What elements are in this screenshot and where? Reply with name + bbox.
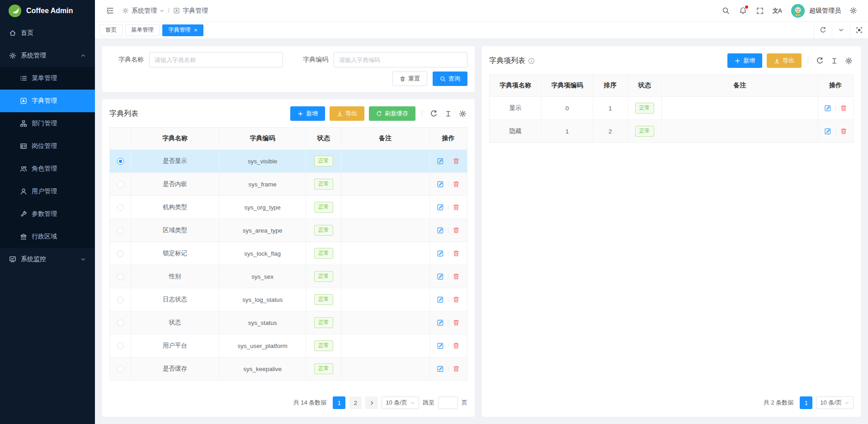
sidebar-item-admin-area[interactable]: 行政区域 xyxy=(0,225,95,248)
page-number-button[interactable]: 1 xyxy=(333,396,345,409)
row-select-radio[interactable] xyxy=(117,273,124,280)
tab-close-icon[interactable]: × xyxy=(194,27,198,33)
row-select-radio[interactable] xyxy=(117,250,124,257)
settings-button[interactable] xyxy=(845,3,861,19)
edit-icon[interactable] xyxy=(437,273,444,280)
page-tab[interactable]: 菜单管理 xyxy=(125,24,160,36)
page-tab[interactable]: 首页 xyxy=(99,24,123,36)
dict-table-row[interactable]: 日志状态 sys_log_status 正常 xyxy=(110,288,467,311)
export-dict-button[interactable]: 导出 xyxy=(330,106,364,121)
column-settings-button[interactable] xyxy=(458,109,467,119)
dict-item-row[interactable]: 隐藏 1 2 正常 xyxy=(490,120,853,143)
sidebar-item-post-mgmt[interactable]: 岗位管理 xyxy=(0,135,95,157)
row-select-radio[interactable] xyxy=(117,181,124,188)
table-refresh-button[interactable] xyxy=(429,109,439,119)
row-select-radio[interactable] xyxy=(117,227,124,234)
row-select-radio[interactable] xyxy=(117,319,124,326)
delete-icon[interactable] xyxy=(453,181,460,188)
edit-icon[interactable] xyxy=(437,319,444,326)
page-tab[interactable]: 字典管理 × xyxy=(162,24,203,36)
sidebar-item-menu-mgmt[interactable]: 菜单管理 xyxy=(0,67,95,90)
edit-icon[interactable] xyxy=(437,296,444,303)
tab-options-button[interactable] xyxy=(832,22,850,39)
page-number-button[interactable]: 1 xyxy=(800,396,812,409)
sidebar-item-dept-mgmt[interactable]: 部门管理 xyxy=(0,112,95,135)
row-select-radio[interactable] xyxy=(117,204,124,211)
sidebar-item-role-mgmt[interactable]: 角色管理 xyxy=(0,157,95,180)
dict-table-row[interactable]: 是否内嵌 sys_frame 正常 xyxy=(110,173,467,196)
query-button[interactable]: 查询 xyxy=(433,71,467,86)
delete-icon[interactable] xyxy=(453,157,460,165)
refresh-page-button[interactable] xyxy=(814,22,832,39)
sidebar-item-user-mgmt[interactable]: 用户管理 xyxy=(0,180,95,203)
dict-table-row[interactable]: 区域类型 sys_area_type 正常 xyxy=(110,219,467,242)
page-number-button[interactable]: 2 xyxy=(349,396,362,409)
edit-icon[interactable] xyxy=(437,181,444,188)
row-select-radio[interactable] xyxy=(117,158,124,165)
page-size-select[interactable]: 10 条/页 xyxy=(382,396,419,409)
next-page-button[interactable] xyxy=(365,396,378,409)
row-height-button[interactable] xyxy=(829,56,839,66)
delete-icon[interactable] xyxy=(840,128,847,135)
add-dict-button[interactable]: 新增 xyxy=(290,106,325,121)
page-size-select[interactable]: 10 条/页 xyxy=(816,396,854,409)
collapse-sidebar-button[interactable] xyxy=(102,3,118,19)
dict-table-row[interactable]: 是否缓存 sys_keepalive 正常 xyxy=(110,357,467,381)
status-badge: 正常 xyxy=(314,294,333,305)
delete-icon[interactable] xyxy=(453,204,460,211)
dict-table-row[interactable]: 机构类型 sys_org_type 正常 xyxy=(110,196,467,219)
sidebar-item-dict-mgmt[interactable]: 字典管理 xyxy=(0,90,95,112)
dict-name-input[interactable] xyxy=(149,52,283,67)
delete-icon[interactable] xyxy=(453,365,460,372)
delete-icon[interactable] xyxy=(453,319,460,326)
delete-icon[interactable] xyxy=(840,105,847,112)
dict-table-row[interactable]: 是否显示 sys_visible 正常 xyxy=(110,150,467,173)
edit-icon[interactable] xyxy=(437,342,444,349)
export-dict-items-button[interactable]: 导出 xyxy=(767,53,802,68)
row-height-button[interactable] xyxy=(443,109,453,119)
delete-icon[interactable] xyxy=(453,227,460,234)
refresh-cache-button[interactable]: 刷新缓存 xyxy=(369,106,415,121)
table-refresh-button[interactable] xyxy=(815,56,825,66)
translate-icon: 文A xyxy=(773,7,782,15)
column-settings-button[interactable] xyxy=(844,56,854,66)
search-button[interactable] xyxy=(718,3,733,19)
add-dict-item-button[interactable]: 新增 xyxy=(727,53,762,68)
row-select-radio[interactable] xyxy=(117,296,124,303)
edit-icon[interactable] xyxy=(437,250,444,257)
delete-icon[interactable] xyxy=(453,273,460,280)
dict-item-row[interactable]: 显示 0 1 正常 xyxy=(490,97,853,120)
brand[interactable]: Coffee Admin xyxy=(0,0,95,22)
row-select-radio[interactable] xyxy=(117,366,124,372)
edit-icon[interactable] xyxy=(437,204,444,211)
edit-icon[interactable] xyxy=(437,227,444,234)
fullscreen-button[interactable] xyxy=(752,3,768,19)
language-button[interactable]: 文A xyxy=(769,3,785,19)
edit-icon[interactable] xyxy=(437,365,444,372)
edit-icon[interactable] xyxy=(437,157,444,165)
avatar[interactable] xyxy=(791,4,805,18)
edit-icon[interactable] xyxy=(824,128,831,135)
sidebar-item-monitor[interactable]: 系统监控 xyxy=(0,248,95,271)
sidebar-item-label: 岗位管理 xyxy=(32,142,57,150)
current-user-name[interactable]: 超级管理员 xyxy=(809,7,841,15)
edit-icon[interactable] xyxy=(824,105,831,112)
sidebar-item-home[interactable]: 首页 xyxy=(0,22,95,44)
dict-code-input[interactable] xyxy=(334,52,467,67)
delete-icon[interactable] xyxy=(453,296,460,303)
dict-table-row[interactable]: 性别 sys_sex 正常 xyxy=(110,265,467,288)
sidebar-item-system[interactable]: 系统管理 xyxy=(0,44,95,67)
action-divider xyxy=(835,105,836,111)
dict-table-row[interactable]: 状态 sys_status 正常 xyxy=(110,311,467,334)
breadcrumb-item-system[interactable]: 系统管理 xyxy=(122,7,164,15)
sidebar-item-param-mgmt[interactable]: 参数管理 xyxy=(0,203,95,225)
dict-table-row[interactable]: 用户平台 sys_user_platform 正常 xyxy=(110,334,467,357)
dict-table-row[interactable]: 锁定标记 sys_lock_flag 正常 xyxy=(110,242,467,265)
delete-icon[interactable] xyxy=(453,250,460,257)
jump-page-input[interactable] xyxy=(438,396,458,409)
delete-icon[interactable] xyxy=(453,342,460,349)
notifications-button[interactable] xyxy=(735,3,750,19)
row-select-radio[interactable] xyxy=(117,343,124,349)
reset-button[interactable]: 重置 xyxy=(392,71,427,86)
content-maximize-button[interactable] xyxy=(850,22,868,39)
